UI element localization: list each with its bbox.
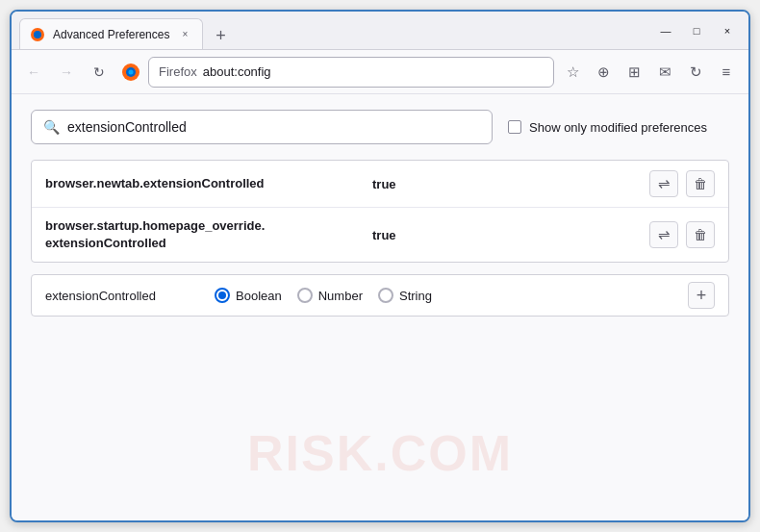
pref-value: true	[372, 177, 649, 191]
sync-icon: ↻	[690, 63, 702, 81]
string-label: String	[399, 289, 432, 303]
shield-button[interactable]: ⊕	[589, 58, 618, 87]
bookmark-icon: ☆	[567, 63, 579, 81]
browser-brand: Firefox	[159, 64, 197, 79]
tab-close-button[interactable]: ×	[177, 27, 192, 42]
boolean-radio[interactable]: Boolean	[215, 288, 282, 303]
new-tab-button[interactable]: +	[207, 22, 234, 49]
pref-name-line2: extensionControlled	[45, 236, 166, 250]
search-row: 🔍 Show only modified preferences	[31, 110, 729, 144]
firefox-logo	[121, 63, 140, 82]
watermark: RISK.COM	[247, 424, 513, 482]
forward-button[interactable]: →	[52, 58, 81, 87]
pref-name: browser.newtab.extensionControlled	[45, 175, 372, 192]
table-row: browser.startup.homepage_override. exten…	[32, 208, 728, 262]
title-bar: Advanced Preferences × + — □ ×	[12, 12, 748, 50]
show-modified-label: Show only modified preferences	[529, 120, 707, 135]
type-radio-group: Boolean Number String	[215, 288, 672, 303]
show-modified-checkbox[interactable]	[508, 120, 521, 134]
pref-value: true	[372, 228, 649, 242]
pref-actions: 🗑	[649, 221, 715, 248]
menu-icon: ≡	[722, 63, 731, 80]
menu-button[interactable]: ≡	[712, 58, 741, 87]
extensions-icon: ⊞	[628, 63, 641, 81]
arrows-icon	[658, 226, 671, 243]
boolean-label: Boolean	[236, 289, 282, 303]
number-label: Number	[318, 289, 363, 303]
string-radio[interactable]: String	[378, 288, 432, 303]
url-text: about:config	[203, 64, 544, 79]
shield-icon: ⊕	[597, 63, 610, 81]
sync-button[interactable]: ↻	[681, 58, 710, 87]
forward-icon: →	[60, 64, 73, 80]
search-icon: 🔍	[43, 119, 60, 135]
number-radio[interactable]: Number	[297, 288, 363, 303]
nav-toolbar-icons: ☆ ⊕ ⊞ ✉ ↻ ≡	[558, 58, 741, 87]
window-controls: — □ ×	[652, 20, 741, 41]
page-content: RISK.COM 🔍 Show only modified preference…	[12, 94, 748, 520]
mail-icon: ✉	[659, 63, 671, 81]
reload-button[interactable]: ↻	[85, 58, 114, 87]
navigation-bar: ← → ↻ Firefox about:config ☆ ⊕ ⊞	[12, 50, 748, 94]
add-preference-button[interactable]: +	[688, 282, 715, 309]
trash-icon: 🗑	[694, 176, 707, 191]
back-icon: ←	[27, 64, 40, 80]
svg-point-1	[34, 31, 41, 38]
show-modified-option[interactable]: Show only modified preferences	[508, 120, 707, 135]
table-row: browser.newtab.extensionControlled true …	[32, 161, 728, 208]
active-tab[interactable]: Advanced Preferences ×	[19, 18, 203, 49]
delete-button[interactable]: 🗑	[686, 221, 715, 248]
reload-icon: ↻	[93, 64, 105, 80]
toggle-button[interactable]	[649, 170, 678, 197]
bookmark-button[interactable]: ☆	[558, 58, 587, 87]
number-radio-circle	[297, 288, 313, 303]
close-button[interactable]: ×	[714, 20, 741, 41]
maximize-button[interactable]: □	[683, 20, 710, 41]
toggle-button[interactable]	[649, 221, 678, 248]
minimize-button[interactable]: —	[652, 20, 679, 41]
address-bar[interactable]: Firefox about:config	[148, 57, 554, 88]
add-preference-row: extensionControlled Boolean Number Strin…	[31, 274, 729, 317]
trash-icon: 🗑	[694, 227, 707, 242]
tab-favicon	[30, 27, 45, 42]
pref-name-multiline: browser.startup.homepage_override. exten…	[45, 217, 372, 252]
search-input[interactable]	[67, 119, 480, 135]
tab-title: Advanced Preferences	[53, 28, 169, 41]
arrows-icon	[658, 175, 671, 192]
new-pref-name: extensionControlled	[45, 289, 199, 303]
svg-point-4	[129, 69, 134, 74]
search-container[interactable]: 🔍	[31, 110, 493, 144]
delete-button[interactable]: 🗑	[686, 170, 715, 197]
browser-window: Advanced Preferences × + — □ × ← → ↻ Fir…	[10, 10, 750, 522]
preferences-table: browser.newtab.extensionControlled true …	[31, 160, 729, 263]
back-button[interactable]: ←	[19, 58, 48, 87]
mail-button[interactable]: ✉	[650, 58, 679, 87]
pref-name-line1: browser.startup.homepage_override.	[45, 218, 265, 233]
string-radio-circle	[378, 288, 393, 303]
pref-actions: 🗑	[649, 170, 715, 197]
tab-area: Advanced Preferences × +	[19, 12, 645, 49]
extensions-button[interactable]: ⊞	[620, 58, 648, 87]
boolean-radio-circle	[215, 288, 230, 303]
